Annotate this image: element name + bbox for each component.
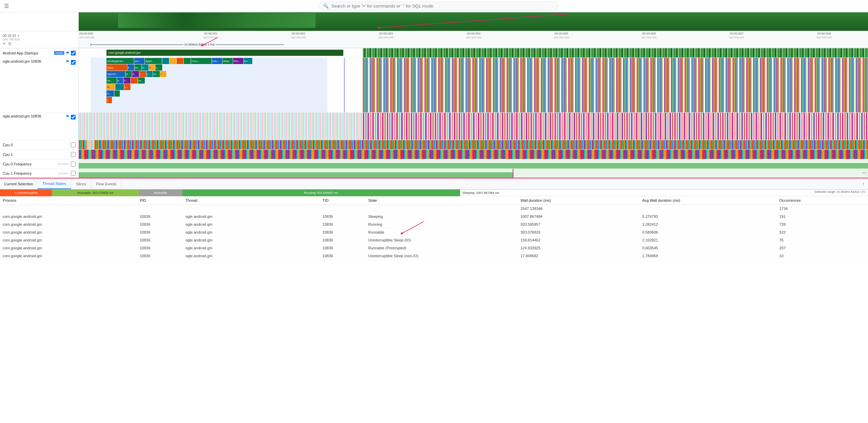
cell-pid: 10836 [137,228,182,236]
checkbox-cpu0-freq[interactable] [71,162,76,166]
ruler-sub7: 000 000 000 [693,36,780,39]
table-row[interactable]: com.google.android.gm 10836 ogle.android… [0,213,868,221]
cell-avg-wall: 0.580606 [640,228,777,236]
checkbox-cpu1[interactable] [71,152,76,157]
collapse-icon[interactable]: — [863,170,867,175]
pin-icon-1[interactable]: ⚑ [66,59,69,64]
cell-state: Runnable [366,228,518,236]
ruler-sub3: 000 000 000 [342,36,430,39]
tab-thread-states[interactable]: Thread States [38,178,71,189]
flame-data[interactable]: /data... [106,64,127,71]
state-uninterruptible: U Uninterruptible [0,189,52,196]
track-viz-cpu1[interactable] [79,150,868,159]
hamburger-menu-icon[interactable]: ☰ [4,3,9,9]
x-button[interactable]: ✕ [3,42,5,46]
track-label-cell-cpu0: Cpu 0 [0,140,79,149]
plus-button[interactable]: + [17,34,20,38]
pin-icon-2[interactable]: ⚑ [66,114,69,119]
selection-marker [344,58,345,112]
track-viz-ogle-2[interactable] [79,113,868,140]
ruler-sub0: 000 000 000 [79,36,167,39]
table-row[interactable]: com.google.android.gm 10836 ogle.android… [0,228,868,236]
state-sleeping-label: Sleeping: 1007.867484 ms [462,191,499,195]
checkbox-1[interactable] [71,60,76,65]
dense-bars-right [363,58,868,112]
freq1-label: 2.5 GHz [58,172,68,175]
checkbox-cpu0[interactable] [71,142,76,147]
flame-st[interactable]: St... [106,84,115,90]
flame-row-0[interactable]: bindApplicat... act... Appli... Chor... … [106,58,252,64]
data-table-container[interactable]: Process PID Thread TID State Wall durati… [0,196,868,423]
flame-row-1[interactable]: /data... A... pe... in... A L... [106,64,162,71]
flame-an[interactable]: An... [244,58,252,64]
cell-occurrences: 728 [777,221,868,228]
flame-on1[interactable]: on... [153,71,160,77]
flame-on2[interactable]: on... [138,77,145,84]
flame-a1[interactable]: A... [127,64,134,71]
flame-v[interactable]: V [106,97,112,103]
flame-row-6[interactable]: V [106,97,112,103]
app-startup-bar[interactable]: com.google.android.gm [106,50,343,56]
flame-draw[interactable]: draw [222,58,233,64]
flame-row-5[interactable]: O... [106,90,120,97]
table-total-row: 2547.138346 1734 [0,205,868,213]
flame-s2[interactable]: S... [124,77,130,84]
cell-wall: 1007.867484 [518,213,640,221]
flame-rec[interactable]: Rec... [233,58,243,64]
state-unint-label: U Uninterruptible [13,191,39,195]
cell-wall: 933.595957 [518,221,640,228]
flame-a2[interactable]: A [149,64,155,71]
table-row[interactable]: com.google.android.gm 10836 ogle.android… [0,244,868,252]
flame-l2[interactable]: L... [139,71,146,77]
thread-states-table: Process PID Thread TID State Wall durati… [0,196,868,260]
track-viz-cpu0[interactable] [79,140,868,149]
coordinates: 364 785 828 [3,38,76,41]
flame-chor[interactable]: Chor... [191,58,212,64]
table-row[interactable]: com.google.android.gm 10836 ogle.android… [0,252,868,260]
search-input[interactable] [331,3,554,9]
tab-bar: Current Selection Thread States Slices F… [0,178,868,189]
th-avg-wall: Avg Wall duration (ms) [640,196,777,205]
ruler-t1: 00:00:001 [167,32,255,35]
cell-state: Uninterruptible Sleep (non-IO) [366,252,518,260]
flame-opend[interactable]: OpenD... [106,71,125,77]
cell-thread: ogle.android.gm [183,244,320,252]
ruler-bar[interactable]: 00:00:000 00:00:001 00:00:002 00:00:003 … [79,31,868,48]
table-row[interactable]: com.google.android.gm 10836 ogle.android… [0,221,868,228]
bottom-section: Current Selection Thread States Slices F… [0,178,868,423]
flame-pe[interactable]: pe... [135,64,141,71]
checkbox-cpu1-freq[interactable] [71,171,76,176]
table-row[interactable]: com.google.android.gm 10836 ogle.android… [0,236,868,244]
flame-in[interactable]: in... [142,64,149,71]
flame-a4[interactable]: A [117,77,123,84]
flame-s1[interactable]: S... [132,71,139,77]
track-viz-ogle-1[interactable]: bindApplicat... act... Appli... Chor... … [79,58,868,112]
checkbox-2[interactable] [71,115,76,120]
flame-l3[interactable]: L [160,71,166,77]
flame-o1[interactable]: o... [146,71,153,77]
flame-row-3[interactable]: Ge... A S... on... [106,77,145,84]
overview-bar[interactable] [79,12,868,31]
pin-icon-0[interactable]: ⚑ [66,51,69,55]
track-label-cpu0-text: Cpu 0 [3,143,69,147]
flame-row-2[interactable]: OpenD... A S... L... o... on... L [106,71,166,77]
flame-l1[interactable]: L... [155,64,162,71]
flame-o3[interactable]: O... [106,90,114,97]
th-occurrences: Occurrences [777,196,868,205]
flame-trav[interactable]: trav... [212,58,222,64]
tab-flow-events[interactable]: Flow Events [91,178,122,189]
track-viz-cpu1-freq[interactable]: — [79,169,868,178]
flame-act[interactable]: act... [134,58,144,64]
flame-row-4[interactable]: St... o... [106,84,130,90]
flame-o2[interactable]: o... [124,84,130,90]
track-viz-android-startups[interactable]: com.google.android.gm [79,48,868,58]
tab-slices[interactable]: Slices [71,178,91,189]
list-button[interactable]: ☰ [8,42,11,46]
flame-ge[interactable]: Ge... [106,77,117,84]
track-viz-cpu0-freq[interactable] [79,159,868,169]
flame-appli[interactable]: Appli... [145,58,162,64]
flame-a3[interactable]: A [126,71,132,77]
tab-up-button[interactable]: ↑ [859,178,868,189]
checkbox-0[interactable] [71,51,76,55]
flame-bindApplicat[interactable]: bindApplicat... [106,58,134,64]
